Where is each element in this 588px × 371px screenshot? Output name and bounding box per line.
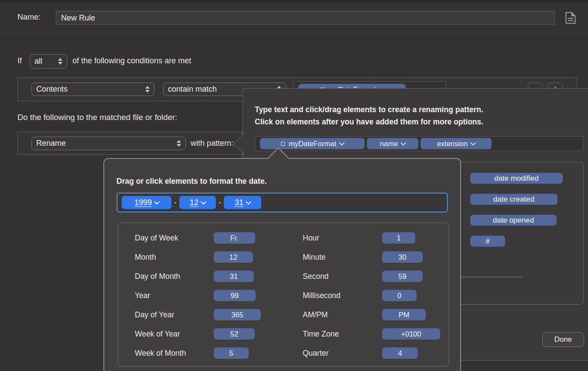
element-token-date-opened[interactable]: date opened [470, 215, 557, 226]
condition-attribute-value: Contents [36, 85, 143, 94]
date-element-label: Quarter [303, 347, 328, 359]
date-element-label: Year [135, 290, 150, 301]
chevron-down-icon [400, 140, 406, 146]
date-token-month[interactable]: 12 [179, 196, 216, 209]
condition-attribute-popup[interactable]: Contents [31, 82, 154, 96]
date-element-pill-year[interactable]: 99 [214, 290, 256, 301]
date-element-label: Hour [303, 232, 319, 244]
pattern-token-label: name [380, 140, 398, 148]
date-element-pill-week-of-year[interactable]: 52 [214, 328, 255, 340]
date-element-pill-ampm[interactable]: PM [382, 309, 426, 320]
pattern-token-extension[interactable]: extension [420, 138, 492, 149]
date-element-label: Second [303, 271, 328, 282]
window-top-edge [0, 0, 588, 3]
element-token-counter[interactable]: # [470, 236, 505, 247]
date-separator: - [174, 198, 177, 207]
date-token-label: 31 [235, 198, 243, 207]
chevron-down-icon [154, 199, 160, 205]
name-label: Name: [17, 13, 41, 22]
name-input[interactable]: New Rule [56, 11, 555, 25]
date-element-pill-timezone[interactable]: +0100 [382, 328, 440, 340]
date-element-label: Time Zone [303, 328, 339, 340]
up-down-stepper-icon [145, 86, 150, 93]
small-square-icon [281, 142, 285, 146]
header-divider [0, 38, 588, 38]
up-down-stepper-icon [58, 58, 62, 65]
date-element-pill-hour[interactable]: 1 [382, 232, 415, 244]
document-icon[interactable] [564, 11, 577, 24]
date-elements-panel: Day of Week Fr. Month 12 Day of Month 31… [118, 223, 449, 367]
date-element-pill-millisecond[interactable]: 0 [382, 290, 417, 301]
date-element-pill-month[interactable]: 12 [214, 251, 253, 263]
date-element-label: Millisecond [303, 290, 341, 301]
date-element-label: Minute [303, 251, 326, 263]
date-token-year[interactable]: 1999 [122, 196, 171, 209]
date-element-pill-day-of-year[interactable]: 365 [214, 309, 261, 320]
pattern-token-name[interactable]: name [367, 138, 418, 149]
pattern-token-label: extension [437, 140, 468, 148]
action-value: Rename [36, 139, 174, 148]
chevron-down-icon [201, 199, 206, 205]
if-prefix-label: If [17, 56, 22, 65]
date-separator: - [219, 198, 221, 207]
name-input-value: New Rule [61, 14, 95, 23]
pattern-instructions-line1: Type text and click/drag elements to cre… [255, 103, 483, 116]
date-element-pill-day-of-month[interactable]: 31 [214, 271, 254, 282]
date-element-pill-quarter[interactable]: 4 [382, 347, 418, 359]
action-with-label: with pattern: [191, 139, 233, 148]
action-popup[interactable]: Rename [31, 137, 186, 150]
date-element-label: Day of Week [135, 232, 178, 244]
if-suffix-label: of the following conditions are met [72, 56, 191, 65]
actions-heading: Do the following to the matched file or … [17, 113, 177, 122]
done-button[interactable]: Done [542, 332, 584, 347]
element-token-date-modified[interactable]: date modified [470, 173, 563, 184]
date-element-pill-week-of-month[interactable]: 5 [214, 347, 249, 359]
done-label: Done [554, 335, 572, 344]
rename-pattern-field[interactable]: myDateFormat name extension [255, 136, 583, 151]
date-element-pill-second[interactable]: 59 [382, 271, 423, 282]
date-pattern-field[interactable]: 1999 - 12 - 31 [116, 192, 448, 213]
date-element-label: Month [135, 251, 156, 263]
date-element-pill-minute[interactable]: 30 [382, 251, 423, 263]
date-element-label: Day of Year [135, 309, 174, 320]
chevron-down-icon [339, 140, 345, 146]
chevron-down-icon [246, 199, 251, 205]
date-element-label: Week of Month [135, 347, 186, 359]
chevron-down-icon [470, 140, 476, 146]
rule-editor-window: Name: New Rule If all of the following c… [0, 0, 588, 371]
date-popover-title: Drag or click elements to format the dat… [116, 175, 267, 187]
pattern-token-label: myDateFormat [289, 140, 336, 148]
date-token-day[interactable]: 31 [224, 196, 261, 209]
element-token-date-created[interactable]: date created [470, 194, 557, 205]
date-token-label: 12 [190, 198, 198, 207]
date-element-label: Day of Month [135, 271, 180, 282]
match-mode-value: all [34, 57, 55, 66]
up-down-stepper-icon [177, 140, 181, 147]
date-format-popover: Drag or click elements to format the dat… [103, 158, 461, 371]
pattern-token-mydateformat[interactable]: myDateFormat [260, 138, 365, 149]
match-mode-popup[interactable]: all [30, 54, 67, 69]
date-element-label: Week of Year [135, 328, 180, 340]
pattern-instructions-line2: Click on elements after you have added t… [255, 116, 483, 128]
date-element-label: AM/PM [303, 309, 328, 320]
date-token-label: 1999 [134, 198, 152, 207]
date-element-pill-day-of-week[interactable]: Fr. [214, 232, 255, 244]
